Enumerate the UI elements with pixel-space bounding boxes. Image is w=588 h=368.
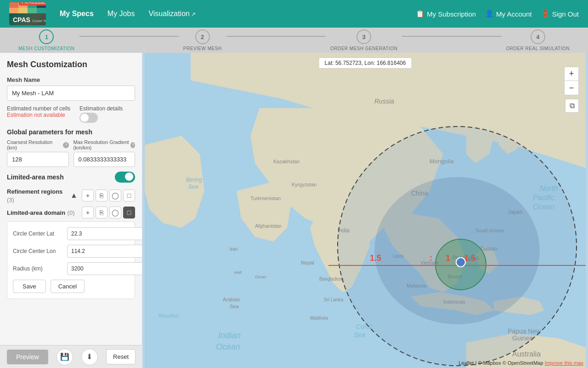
layers-icon: ⧉ xyxy=(570,102,575,110)
coarsest-res-label: Coarsest Resolution (km) ? xyxy=(7,139,69,150)
step-3: 3 ORDER MESH GENERATION xyxy=(330,29,397,51)
domain-square-button[interactable]: □ xyxy=(123,207,135,218)
nav-my-specs[interactable]: My Specs xyxy=(60,10,94,18)
refinement-count: (3) xyxy=(7,196,14,203)
map-tooltip: Lat: 56.752723, Lon: 166.816406 xyxy=(319,58,412,69)
domain-label: Limited-area domain xyxy=(7,209,65,216)
main-layout: ‹ Mesh Customization Mesh Name Estimated… xyxy=(0,53,588,368)
svg-text:Mauritius: Mauritius xyxy=(158,313,179,318)
mesh-name-input[interactable] xyxy=(7,86,135,101)
step-3-circle: 3 xyxy=(356,29,371,44)
step-1-label: MESH CUSTOMIZATION xyxy=(18,46,75,51)
radius-label: Radius (km) xyxy=(13,265,63,272)
navbar-right: 📋 My Subscription 👤 My Account 🚪 Sign Ou… xyxy=(416,10,579,18)
refinement-add-button[interactable]: + xyxy=(82,190,94,201)
circle-center-lon-input[interactable] xyxy=(67,245,142,258)
improve-link[interactable]: Improve this map xyxy=(545,360,583,366)
refinement-up-button[interactable]: ▲ xyxy=(68,190,80,201)
nav-account[interactable]: 👤 My Account xyxy=(485,10,532,18)
step-4: 4 ORDER REAL SIMULATION xyxy=(506,29,570,51)
svg-text:Sea: Sea xyxy=(354,331,365,339)
step-2-label: PREVIEW MESH xyxy=(183,46,222,51)
svg-text:Maldives: Maldives xyxy=(310,316,328,321)
navbar: CPAS Cluster Tech Pre-release My Specs M… xyxy=(0,0,588,28)
map-layers-button[interactable]: ⧉ xyxy=(565,99,579,113)
circle-center-lon-row: Circle Center Lon xyxy=(13,245,129,258)
refinement-square-button[interactable]: □ xyxy=(123,190,135,201)
nav-signout[interactable]: 🚪 Sign Out xyxy=(541,10,579,18)
account-icon: 👤 xyxy=(485,10,494,18)
zoom-in-button[interactable]: + xyxy=(565,67,578,81)
step-2-circle: 2 xyxy=(195,29,210,44)
download-icon-button[interactable]: ⬇ xyxy=(81,349,98,365)
domain-add-button[interactable]: + xyxy=(82,207,94,218)
toggle-knob xyxy=(80,114,89,122)
map-footer: Leaflet | © Mapbox © OpenStreetMap Impro… xyxy=(458,360,583,366)
domain-circle-button[interactable]: ◯ xyxy=(109,207,121,218)
refinement-label: Refinement regions xyxy=(7,188,62,195)
domain-label-group: Limited-area domain (0) xyxy=(7,208,74,217)
sidebar: ‹ Mesh Customization Mesh Name Estimated… xyxy=(0,53,142,368)
coarsest-res-input[interactable] xyxy=(7,152,69,167)
lam-label: Limited-area mesh xyxy=(7,173,64,181)
step-1-circle: 1 xyxy=(39,29,54,44)
step-2: 2 PREVIEW MESH xyxy=(183,29,222,51)
svg-text:Sea: Sea xyxy=(188,184,198,190)
svg-text:Kyrgyzstan: Kyrgyzstan xyxy=(292,182,317,187)
domain-row: Limited-area domain (0) + ⎘ ◯ □ xyxy=(7,207,135,218)
estimation-toggle[interactable] xyxy=(79,113,98,123)
step-bar: 1 MESH CUSTOMIZATION 2 PREVIEW MESH 3 OR… xyxy=(0,28,588,53)
radius-input[interactable] xyxy=(67,262,142,275)
lam-toggle[interactable] xyxy=(115,172,135,183)
svg-text:Bangladesh: Bangladesh xyxy=(319,276,344,282)
radius-row: Radius (km) xyxy=(13,262,129,275)
logo-svg: CPAS Cluster Tech xyxy=(9,2,46,25)
map-zoom-controls: + − xyxy=(564,67,579,95)
zoom-out-button[interactable]: − xyxy=(565,81,578,95)
nav-my-jobs[interactable]: My Jobs xyxy=(107,10,135,18)
nav-subscription[interactable]: 📋 My Subscription xyxy=(416,10,476,18)
max-res-input[interactable] xyxy=(74,152,136,167)
svg-rect-4 xyxy=(9,8,18,13)
svg-text:Iran: Iran xyxy=(230,247,237,252)
svg-text:Russia: Russia xyxy=(374,98,394,105)
save-icon-button[interactable]: 💾 xyxy=(57,349,73,365)
max-res-group: Max Resolution Gradient (km/km) ? xyxy=(74,139,136,167)
cancel-button[interactable]: Cancel xyxy=(51,280,85,293)
svg-rect-6 xyxy=(28,8,37,13)
lam-toggle-knob xyxy=(125,172,133,181)
logo: CPAS Cluster Tech Pre-release xyxy=(9,2,46,25)
circle-center-lon-label: Circle Center Lon xyxy=(13,248,63,254)
ratio-colon: : xyxy=(430,253,432,263)
logo-box: CPAS Cluster Tech Pre-release xyxy=(9,2,46,25)
reset-button[interactable]: Reset xyxy=(106,349,136,364)
map-svg: Russia Mongolia China India Laos Vietnam… xyxy=(142,53,588,368)
svg-text:Kazakhstan: Kazakhstan xyxy=(273,159,300,164)
domain-count: (0) xyxy=(68,209,75,216)
svg-rect-5 xyxy=(18,8,28,13)
subscription-icon: 📋 xyxy=(416,10,424,18)
estimation-row: Estimated number of cells Estimation not… xyxy=(7,105,135,123)
step-line-2 xyxy=(226,36,326,37)
svg-text:Sea: Sea xyxy=(230,304,239,309)
circle-center-lat-input[interactable] xyxy=(67,227,142,240)
nav-visualization[interactable]: Visualization xyxy=(148,10,196,18)
refinement-label-group: Refinement regions (3) xyxy=(7,187,68,204)
refinement-copy-button[interactable]: ⎘ xyxy=(96,190,107,201)
domain-copy-button[interactable]: ⎘ xyxy=(96,207,107,218)
svg-text:Bering: Bering xyxy=(186,177,202,183)
save-button[interactable]: Save xyxy=(13,280,46,293)
step-4-label: ORDER REAL SIMULATION xyxy=(506,46,570,51)
signout-icon: 🚪 xyxy=(541,10,550,18)
svg-text:Cluster Tech: Cluster Tech xyxy=(32,19,46,23)
mesh-name-label: Mesh Name xyxy=(7,76,135,83)
ratio-left: 1.5 xyxy=(370,253,381,263)
max-res-label: Max Resolution Gradient (km/km) ? xyxy=(74,139,136,150)
map-container[interactable]: Lat: 56.752723, Lon: 166.816406 + − ⧉ xyxy=(142,53,588,368)
coarsest-res-group: Coarsest Resolution (km) ? xyxy=(7,139,69,167)
max-res-help-icon[interactable]: ? xyxy=(130,142,135,148)
estimation-right: Estimation details xyxy=(79,105,123,123)
coarsest-help-icon[interactable]: ? xyxy=(63,142,68,148)
global-params-row: Coarsest Resolution (km) ? Max Resolutio… xyxy=(7,139,135,167)
refinement-circle-button[interactable]: ◯ xyxy=(109,190,121,201)
